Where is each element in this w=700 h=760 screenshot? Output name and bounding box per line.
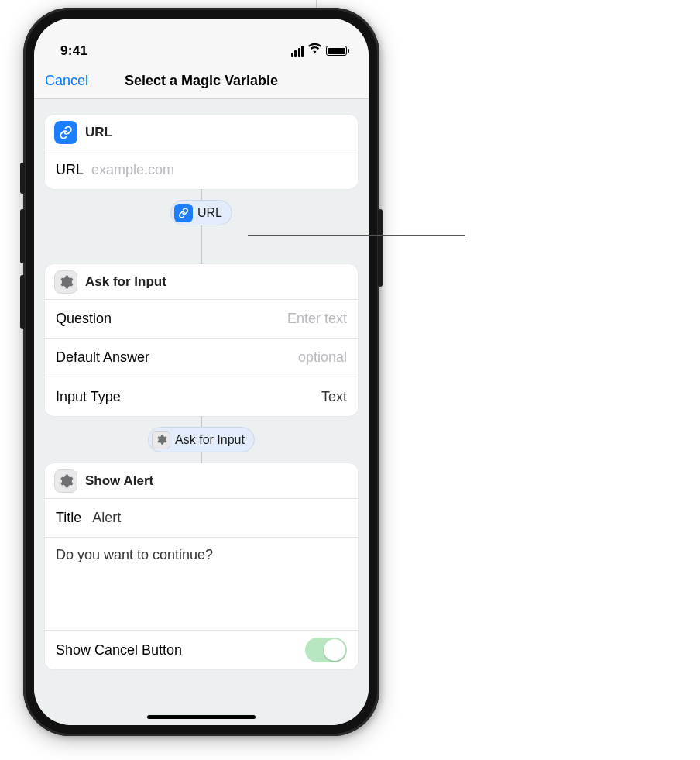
gear-icon xyxy=(54,469,77,493)
url-field-label: URL xyxy=(56,162,84,178)
content-area: URL URL URL xyxy=(34,99,369,725)
link-icon xyxy=(54,121,77,144)
alert-title-row[interactable]: Title Alert xyxy=(45,499,358,538)
show-cancel-toggle[interactable] xyxy=(305,638,347,662)
default-answer-row[interactable]: Default Answer optional xyxy=(45,339,358,377)
card-title: URL xyxy=(85,125,112,140)
status-time: 9:41 xyxy=(60,43,88,59)
action-card-url: URL URL xyxy=(45,115,358,189)
url-input[interactable] xyxy=(84,162,347,178)
alert-title-label: Title xyxy=(56,510,81,526)
gear-icon xyxy=(54,270,77,294)
cellular-icon xyxy=(291,46,304,57)
alert-title-value: Alert xyxy=(92,510,121,526)
navbar: Cancel Select a Magic Variable xyxy=(34,64,369,99)
callout-leader-line xyxy=(248,235,465,236)
card-title: Show Alert xyxy=(85,473,153,489)
phone-button-volume-down xyxy=(20,275,25,329)
phone-frame: 9:41 Cancel Select a Magic Variable xyxy=(23,8,379,736)
question-row[interactable]: Question Enter text xyxy=(45,300,358,339)
cancel-button[interactable]: Cancel xyxy=(34,73,99,89)
battery-icon xyxy=(326,46,347,56)
gear-icon xyxy=(152,431,170,449)
magic-variable-label: Ask for Input xyxy=(175,433,245,447)
wifi-icon xyxy=(308,43,321,59)
connector-line xyxy=(201,452,202,463)
magic-variable-label: URL xyxy=(197,206,222,220)
status-bar: 9:41 xyxy=(34,19,369,64)
alert-message[interactable]: Do you want to continue? xyxy=(45,538,358,631)
question-placeholder: Enter text xyxy=(287,311,347,327)
connector-line xyxy=(201,225,202,264)
connector-line xyxy=(201,416,202,427)
card-title: Ask for Input xyxy=(85,274,166,290)
input-type-label: Input Type xyxy=(56,389,121,405)
phone-button-silent xyxy=(20,163,25,194)
card-header-alert[interactable]: Show Alert xyxy=(45,463,358,499)
phone-button-side xyxy=(378,209,383,287)
default-answer-label: Default Answer xyxy=(56,349,149,366)
link-icon xyxy=(174,204,193,222)
input-type-value: Text xyxy=(321,389,347,405)
default-answer-placeholder: optional xyxy=(298,349,347,366)
connector-line xyxy=(201,189,202,200)
question-label: Question xyxy=(56,311,112,327)
callout-end-tick xyxy=(465,229,465,240)
magic-variable-ask-input[interactable]: Ask for Input xyxy=(148,427,255,452)
screen: 9:41 Cancel Select a Magic Variable xyxy=(34,19,369,725)
magic-variable-url[interactable]: URL xyxy=(170,200,232,225)
action-card-ask-input: Ask for Input Question Enter text Defaul… xyxy=(45,264,358,416)
show-cancel-row: Show Cancel Button xyxy=(45,631,358,669)
card-header-url[interactable]: URL xyxy=(45,115,358,150)
show-cancel-label: Show Cancel Button xyxy=(56,642,182,659)
action-card-show-alert: Show Alert Title Alert Do you want to co… xyxy=(45,463,358,669)
input-type-row[interactable]: Input Type Text xyxy=(45,377,358,416)
url-field-row[interactable]: URL xyxy=(45,150,358,189)
status-indicators xyxy=(291,43,348,59)
card-header-ask[interactable]: Ask for Input xyxy=(45,264,358,300)
home-indicator[interactable] xyxy=(147,715,256,719)
phone-button-volume-up xyxy=(20,209,25,263)
